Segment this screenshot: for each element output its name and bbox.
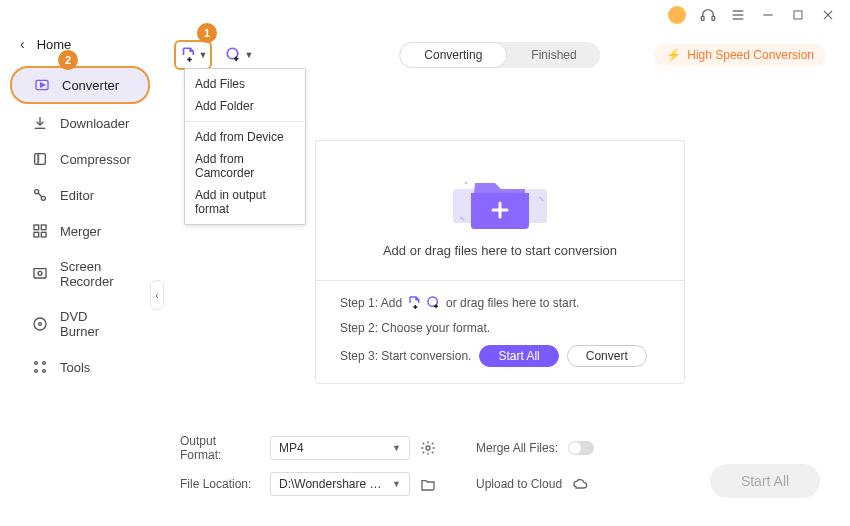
menu-icon[interactable] xyxy=(730,7,746,23)
status-tabs: Converting Finished xyxy=(399,42,600,68)
tools-icon xyxy=(32,359,48,375)
add-file-icon xyxy=(406,295,422,311)
step-3: Step 3: Start conversion. Start All Conv… xyxy=(340,345,660,367)
toolbar: ▼ ▼ Converting Finished ⚡ High Speed Con… xyxy=(160,30,840,80)
collapse-sidebar-handle[interactable]: ‹ xyxy=(150,280,164,310)
high-speed-conversion[interactable]: ⚡ High Speed Conversion xyxy=(654,44,826,66)
nav-label: Downloader xyxy=(60,116,129,131)
titlebar xyxy=(668,0,850,30)
dropzone[interactable]: Add or drag files here to start conversi… xyxy=(315,140,685,384)
tab-finished[interactable]: Finished xyxy=(507,42,600,68)
nav-label: Editor xyxy=(60,188,94,203)
maximize-icon[interactable] xyxy=(790,7,806,23)
step-1: Step 1: Add or drag files here to start. xyxy=(340,295,660,311)
sidebar-item-editor[interactable]: Editor xyxy=(10,178,150,212)
settings-icon[interactable] xyxy=(420,440,436,456)
add-url-icon xyxy=(426,295,442,311)
svg-rect-1 xyxy=(712,16,715,20)
merge-all-toggle[interactable] xyxy=(568,441,594,455)
svg-point-26 xyxy=(43,370,46,373)
convert-pill[interactable]: Convert xyxy=(567,345,647,367)
minimize-icon[interactable] xyxy=(760,7,776,23)
svg-point-25 xyxy=(35,370,38,373)
screen-recorder-icon xyxy=(32,266,48,282)
svg-marker-10 xyxy=(41,83,45,87)
compressor-icon xyxy=(32,151,48,167)
nav-list: Converter Downloader Compressor Editor M… xyxy=(0,66,160,384)
dropdown-add-device[interactable]: Add from Device xyxy=(185,126,305,148)
chevron-down-icon: ▼ xyxy=(392,443,401,453)
svg-point-24 xyxy=(43,362,46,365)
tab-converting[interactable]: Converting xyxy=(399,42,507,68)
svg-rect-16 xyxy=(41,225,46,230)
file-location-label: File Location: xyxy=(180,477,260,491)
svg-rect-0 xyxy=(701,16,704,20)
chevron-down-icon: ▼ xyxy=(392,479,401,489)
chevron-down-icon: ▼ xyxy=(199,50,208,60)
sidebar-item-tools[interactable]: Tools xyxy=(10,350,150,384)
svg-point-31 xyxy=(426,446,430,450)
svg-rect-11 xyxy=(35,154,46,165)
svg-point-20 xyxy=(38,271,42,275)
step-2: Step 2: Choose your format. xyxy=(340,321,660,335)
output-format-select[interactable]: MP4 ▼ xyxy=(270,436,410,460)
dropdown-add-folder[interactable]: Add Folder xyxy=(185,95,305,117)
nav-label: DVD Burner xyxy=(60,309,128,339)
footer-row-format: Output Format: MP4 ▼ Merge All Files: xyxy=(180,434,820,462)
add-file-dropdown: Add Files Add Folder Add from Device Add… xyxy=(184,68,306,225)
dropzone-steps: Step 1: Add or drag files here to start.… xyxy=(316,280,684,383)
open-folder-icon[interactable] xyxy=(420,476,436,492)
svg-point-22 xyxy=(39,323,42,326)
step3-pre: Step 3: Start conversion. xyxy=(340,349,471,363)
svg-rect-19 xyxy=(34,269,46,278)
svg-rect-18 xyxy=(41,232,46,237)
annotation-badge-1: 1 xyxy=(197,23,217,43)
step1-pre: Step 1: Add xyxy=(340,296,402,310)
step1-post: or drag files here to start. xyxy=(446,296,579,310)
svg-point-23 xyxy=(35,362,38,365)
sidebar-item-downloader[interactable]: Downloader xyxy=(10,106,150,140)
back-icon[interactable]: ‹ xyxy=(20,36,25,52)
headset-icon[interactable] xyxy=(700,7,716,23)
high-speed-label: High Speed Conversion xyxy=(687,48,814,62)
nav-label: Merger xyxy=(60,224,101,239)
chevron-down-icon: ▼ xyxy=(245,50,254,60)
upload-cloud-label: Upload to Cloud xyxy=(476,477,562,491)
start-all-pill[interactable]: Start All xyxy=(479,345,558,367)
close-icon[interactable] xyxy=(820,7,836,23)
dropzone-message: Add or drag files here to start conversi… xyxy=(383,243,617,258)
editor-icon xyxy=(32,187,48,203)
nav-label: Compressor xyxy=(60,152,131,167)
converter-icon xyxy=(34,77,50,93)
svg-rect-15 xyxy=(34,225,39,230)
downloader-icon xyxy=(32,115,48,131)
dropdown-add-output-format[interactable]: Add in output format xyxy=(185,184,305,220)
avatar[interactable] xyxy=(668,6,686,24)
content-panel: ‹ ▼ ▼ Converting Finished ⚡ High Speed C… xyxy=(160,30,840,516)
sidebar-item-dvd-burner[interactable]: DVD Burner xyxy=(10,300,150,348)
home-row[interactable]: ‹ Home xyxy=(0,30,160,58)
dropdown-add-camcorder[interactable]: Add from Camcorder xyxy=(185,148,305,184)
svg-line-14 xyxy=(38,193,42,197)
start-all-button[interactable]: Start All xyxy=(710,464,820,498)
cloud-icon[interactable] xyxy=(572,476,588,492)
dropzone-hero: Add or drag files here to start conversi… xyxy=(316,167,684,280)
sidebar-item-compressor[interactable]: Compressor xyxy=(10,142,150,176)
add-file-button[interactable]: ▼ xyxy=(174,40,212,70)
merger-icon xyxy=(32,223,48,239)
add-url-button[interactable]: ▼ xyxy=(220,40,258,70)
sidebar-item-merger[interactable]: Merger xyxy=(10,214,150,248)
dropdown-add-files[interactable]: Add Files xyxy=(185,73,305,95)
file-location-select[interactable]: D:\Wondershare UniConverter 1 ▼ xyxy=(270,472,410,496)
nav-label: Converter xyxy=(62,78,119,93)
sidebar: ‹ Home Converter Downloader Compressor E… xyxy=(0,0,160,526)
dvd-burner-icon xyxy=(32,316,48,332)
annotation-badge-2: 2 xyxy=(58,50,78,70)
sidebar-item-screen-recorder[interactable]: Screen Recorder xyxy=(10,250,150,298)
output-format-label: Output Format: xyxy=(180,434,260,462)
merge-all-label: Merge All Files: xyxy=(476,441,558,455)
svg-rect-17 xyxy=(34,232,39,237)
folder-plus-icon xyxy=(460,167,540,227)
sidebar-item-converter[interactable]: Converter xyxy=(10,66,150,104)
bolt-icon: ⚡ xyxy=(666,48,681,62)
